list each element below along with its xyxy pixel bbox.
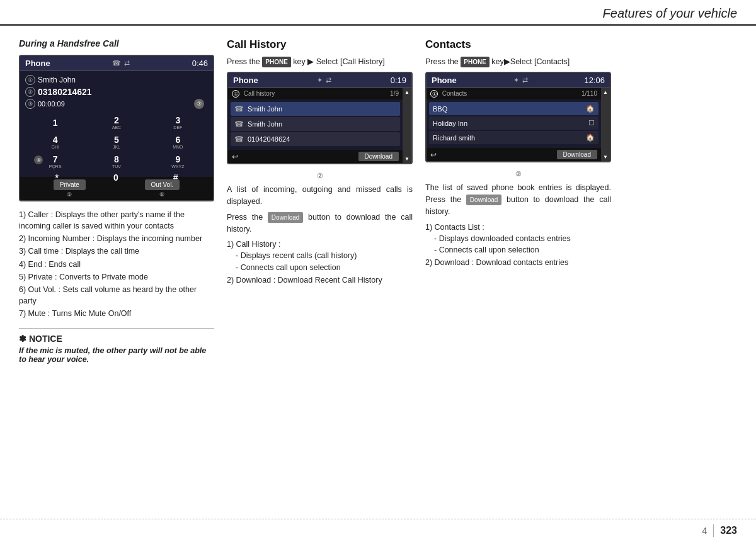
phone-time: 0:46 — [192, 59, 208, 68]
phone-number: 03180214621 — [38, 87, 92, 97]
contacts-header-label: ① Contacts — [430, 90, 467, 98]
contacts-phone-label: Phone — [432, 76, 457, 85]
contacts-scroll-up: ▲ — [602, 89, 609, 95]
history-desc2: Press the Download button to download th… — [227, 212, 413, 235]
contact-name-1: BBQ — [433, 105, 582, 113]
key-3: 3DEF — [148, 113, 208, 132]
footer-num: 323 — [720, 525, 737, 536]
history-item-1: 1) Call History : - Displays recent call… — [227, 239, 413, 273]
special-keys: * 0 # — [25, 171, 208, 184]
intro-text1: Press the — [227, 57, 260, 66]
history-phone-time: 0:19 — [391, 76, 406, 85]
download-btn-contacts[interactable]: Download — [557, 150, 597, 159]
history-phone-label: Phone — [233, 76, 258, 85]
phone-key-right: PHONE — [461, 57, 490, 67]
contact-name-3: Richard smith — [433, 134, 582, 142]
call-row-3: ☎ 01042048624 — [231, 132, 400, 146]
phone-label: Phone — [25, 59, 50, 68]
history-sublist-1: - Displays recent calls (call history) -… — [236, 250, 413, 273]
arrow-icon: ⇄ — [124, 59, 130, 67]
key-5: 5JKL — [86, 133, 146, 151]
badge-2-right-label: ② — [515, 170, 522, 178]
key-2: 2ABC — [86, 113, 146, 132]
phone-screen-history: Phone ✦ ⇄ 0:19 ① Call history 1/9 — [227, 72, 413, 165]
history-item-2: 2) Download : Download Recent Call Histo… — [227, 274, 413, 286]
history-sub-1: - Displays recent calls (call history) — [236, 250, 413, 261]
contacts-subheader: ① Contacts 1/110 — [427, 88, 601, 100]
history-body-wrap: ① Call history 1/9 ☎ Smith John ☎ Smith … — [228, 88, 411, 164]
item-1: 1) Caller : Displays the other party's n… — [19, 209, 214, 232]
page-title: Features of your vehicle — [603, 6, 737, 21]
star-icon: ✦ — [317, 76, 323, 84]
notice-box: ✽ NOTICE If the mic is muted, the other … — [19, 328, 214, 364]
contacts-body: ① Contacts 1/110 BBQ 🏠 Holiday Inn ☐ — [427, 88, 601, 162]
history-desc1: A list of incoming, outgoing and missed … — [227, 184, 413, 208]
contacts-desc: The list of saved phone book entries is … — [425, 182, 611, 217]
call-row-1: ☎ Smith John — [231, 102, 400, 116]
phone-icons: ☎ ⇄ — [112, 59, 130, 67]
history-body: ① Call history 1/9 ☎ Smith John ☎ Smith … — [228, 88, 403, 164]
contact-row-3: Richard smith 🏠 — [429, 131, 598, 144]
badge-2-mid: ② — [227, 172, 413, 180]
scroll-up: ▲ — [404, 89, 410, 95]
history-subheader: ① Call history 1/9 — [228, 88, 403, 100]
item-5: 5) Private : Converts to Private mode — [19, 271, 214, 283]
back-btn[interactable]: ↩ — [232, 152, 238, 161]
call-list: ☎ Smith John ☎ Smith John ☎ 01042048624 — [228, 99, 403, 150]
section-title-handsfree: During a Handsfree Call — [19, 38, 214, 48]
key-4: 4GHI — [25, 133, 85, 151]
section-title-contacts: Contacts — [425, 38, 611, 51]
call-time-row: ③ 00:00:09 ⑦ — [25, 99, 208, 109]
history-sub-2: - Connects call upon selection — [236, 262, 413, 273]
contacts-item-1: 1) Contacts List : - Displays downloaded… — [425, 222, 611, 256]
call-icon: ☎ — [112, 59, 121, 67]
contacts-scroll-down: ▼ — [602, 154, 609, 160]
contacts-sub-2: - Connects call upon selection — [434, 244, 611, 256]
contacts-back-btn[interactable]: ↩ — [430, 150, 437, 159]
footer-page: 4 — [702, 526, 707, 536]
handsfree-items: 1) Caller : Displays the other party's n… — [19, 209, 214, 319]
call-name-2: Smith John — [248, 120, 396, 128]
contact-icon-2: ☐ — [588, 119, 595, 127]
section-title-history: Call History — [227, 38, 413, 51]
call-name-3: 01042048624 — [248, 135, 396, 143]
contacts-sublist-1: - Displays downloaded contacts entries -… — [434, 233, 611, 256]
contacts-item-2: 2) Download : Download contacts entries — [425, 257, 611, 268]
call-time: 00:00:09 — [38, 100, 65, 108]
badge-2: ② — [25, 87, 35, 97]
contacts-phone-icons: ✦ ⇄ — [513, 76, 528, 84]
scroll-down: ▼ — [404, 156, 410, 162]
contacts-list: BBQ 🏠 Holiday Inn ☐ Richard smith 🏠 — [427, 99, 601, 148]
col-call-history: Call History Press the PHONE key ▶ Selec… — [227, 38, 413, 364]
desc2-text: Press the — [227, 213, 263, 222]
contacts-body-wrap: ① Contacts 1/110 BBQ 🏠 Holiday Inn ☐ — [427, 88, 610, 162]
keypad: 1 2ABC 3DEF 4GHI 5JKL 6MNO 7PQRS 8TUV 9W… — [25, 111, 208, 184]
history-header-label: ① Call history — [232, 90, 275, 98]
call-icon-3: ☎ — [234, 135, 244, 144]
badge-2-label: ② — [317, 172, 323, 180]
call-row-2: ☎ Smith John — [231, 117, 400, 131]
keypad-grid: 1 2ABC 3DEF 4GHI 5JKL 6MNO 7PQRS 8TUV 9W… — [25, 113, 208, 171]
keypad-area: 1 2ABC 3DEF 4GHI 5JKL 6MNO 7PQRS 8TUV 9W… — [25, 111, 208, 184]
contact-name-2: Holiday Inn — [433, 120, 585, 127]
contacts-intro: Press the PHONE key▶Select [Contacts] — [425, 56, 611, 68]
download-btn-history[interactable]: Download — [358, 152, 399, 161]
key-6: 6MNO — [148, 133, 208, 151]
call-icon-2: ☎ — [234, 120, 244, 128]
contacts-phone-header: Phone ✦ ⇄ 12:06 — [427, 73, 610, 88]
badge-6-label: ⑥ — [159, 191, 164, 198]
item-7: 7) Mute : Turns Mic Mute On/Off — [19, 308, 214, 319]
col-handsfree: During a Handsfree Call Phone ☎ ⇄ 0:46 ①… — [19, 38, 214, 364]
intro-text2: key ▶ Select [Call History] — [293, 57, 384, 66]
private-btn[interactable]: Private — [54, 179, 86, 190]
footer-divider — [713, 524, 714, 537]
call-name-1: Smith John — [248, 105, 396, 113]
download-key-right: Download — [466, 195, 501, 205]
contacts-sub-1: - Displays downloaded contacts entries — [434, 233, 611, 244]
badge-5-wrap: Private ⑤ — [54, 179, 86, 198]
item-3: 3) Call time : Displays the call time — [19, 246, 214, 257]
history-footer: ↩ Download — [228, 150, 403, 163]
outvol-btn[interactable]: Out Vol. — [145, 179, 180, 190]
scroll-bar-history: ▲ ▼ — [403, 88, 411, 164]
key-9: 9WXYZ — [148, 152, 208, 171]
